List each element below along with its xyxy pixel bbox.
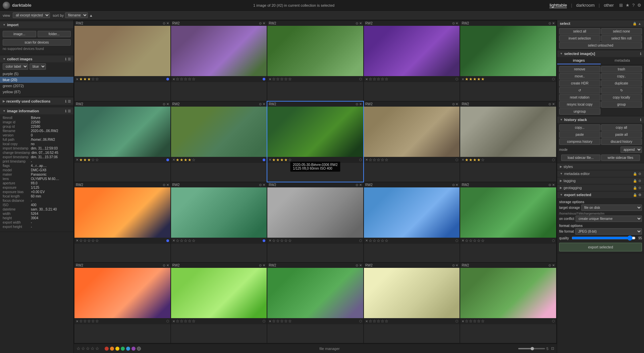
thumb-star-17-2[interactable]: ☆ bbox=[280, 319, 284, 323]
export-lock-icon[interactable]: 🔒 bbox=[633, 193, 637, 197]
thumb-image-13[interactable] bbox=[364, 187, 460, 238]
thumb-star-18-1[interactable]: ☆ bbox=[373, 319, 376, 323]
thumb-star-17-1[interactable]: ☆ bbox=[276, 319, 280, 323]
select-lock-icon[interactable]: 🔒 bbox=[633, 22, 637, 25]
thumb-reject-2[interactable]: ✕ bbox=[269, 77, 271, 81]
thumb-image-7[interactable] bbox=[267, 107, 363, 157]
zoom-slider[interactable] bbox=[518, 348, 545, 349]
thumb-star-14-2[interactable]: ☆ bbox=[473, 238, 477, 243]
thumb-reject-11[interactable]: ✕ bbox=[172, 239, 175, 242]
color-dot-red[interactable] bbox=[105, 347, 109, 351]
collect-value-select[interactable]: blue bbox=[30, 63, 46, 70]
mode-lighttable[interactable]: lighttable bbox=[549, 3, 567, 8]
image-import-button[interactable]: image... bbox=[3, 31, 36, 37]
thumb-star-11-2[interactable]: ☆ bbox=[184, 238, 187, 243]
selected-images-info-icon[interactable]: ℹ bbox=[640, 52, 641, 56]
thumbnail-2[interactable]: RW2⊙ ✕✕☆☆☆☆☆ bbox=[267, 21, 363, 101]
thumb-star-2-0[interactable]: ☆ bbox=[272, 77, 276, 81]
thumb-image-10[interactable] bbox=[74, 187, 170, 238]
thumb-star-18-2[interactable]: ☆ bbox=[377, 319, 380, 323]
thumb-star-8-1[interactable]: ☆ bbox=[373, 158, 376, 162]
thumbnail-12[interactable]: RW2⊙ ✕✕☆☆☆☆☆ bbox=[267, 182, 363, 262]
thumb-star-7-2[interactable]: ★ bbox=[280, 158, 284, 162]
thumb-star-16-0[interactable]: ☆ bbox=[176, 319, 179, 323]
thumb-star-0-0[interactable]: ★ bbox=[79, 77, 83, 81]
thumb-image-14[interactable] bbox=[460, 187, 556, 238]
create-hdr-button[interactable]: create HDR bbox=[559, 80, 600, 86]
thumb-star-1-0[interactable]: ☆ bbox=[176, 77, 179, 81]
image-info-menu-icon[interactable]: ☰ bbox=[68, 109, 71, 113]
thumb-image-15[interactable] bbox=[74, 268, 170, 318]
thumb-star-19-3[interactable]: ☆ bbox=[477, 319, 481, 323]
thumb-star-10-1[interactable]: ☆ bbox=[83, 238, 87, 243]
collect-item-green[interactable]: green (2072) bbox=[0, 83, 73, 89]
quality-slider[interactable] bbox=[572, 235, 636, 241]
color-dot-purple[interactable] bbox=[131, 347, 136, 351]
collect-menu-icon[interactable]: ☰ bbox=[68, 57, 71, 61]
collect-item-purple[interactable]: purple (5) bbox=[0, 71, 73, 77]
thumb-star-6-2[interactable]: ★ bbox=[184, 158, 187, 162]
thumb-star-19-4[interactable]: ☆ bbox=[481, 319, 485, 323]
thumb-star-12-1[interactable]: ☆ bbox=[276, 238, 280, 243]
history-copy-button[interactable]: copy... bbox=[559, 124, 600, 131]
copy-button[interactable]: copy.. bbox=[601, 73, 642, 79]
thumb-star-11-0[interactable]: ☆ bbox=[176, 238, 179, 243]
thumb-star-1-4[interactable]: ☆ bbox=[192, 77, 196, 81]
sort-select[interactable]: filename bbox=[65, 12, 88, 18]
select-film-roll-button[interactable]: select film roll bbox=[601, 35, 642, 42]
thumb-star-2-3[interactable]: ☆ bbox=[284, 77, 288, 81]
thumbnail-9[interactable]: RW2⊙ ✕✕★★★★☆ bbox=[460, 102, 556, 182]
thumb-reject-1[interactable]: ✕ bbox=[172, 77, 175, 81]
thumb-reject-14[interactable]: ✕ bbox=[462, 239, 464, 242]
thumb-star-8-0[interactable]: ☆ bbox=[369, 158, 372, 162]
thumb-reject-10[interactable]: ✕ bbox=[76, 239, 78, 242]
thumbnail-0[interactable]: RW2⊙ ✕✕★★★☆☆ bbox=[74, 21, 170, 101]
settings-icon[interactable]: ⚙ bbox=[637, 3, 641, 8]
thumb-reject-16[interactable]: ✕ bbox=[172, 319, 175, 323]
star-filter-2[interactable]: ☆ bbox=[81, 346, 85, 351]
thumb-image-16[interactable] bbox=[171, 268, 267, 318]
thumb-star-5-2[interactable]: ★ bbox=[87, 158, 91, 162]
select-chevron-icon[interactable]: ▲ bbox=[638, 22, 641, 25]
collect-item-blue[interactable]: blue (20) bbox=[0, 77, 73, 83]
thumb-image-12[interactable] bbox=[267, 187, 363, 238]
thumb-star-0-1[interactable]: ★ bbox=[83, 77, 87, 81]
thumb-star-3-0[interactable]: ☆ bbox=[369, 77, 372, 81]
star-filter-5[interactable]: ☆ bbox=[95, 346, 99, 351]
thumb-star-9-0[interactable]: ★ bbox=[465, 158, 469, 162]
copy-locally-button[interactable]: copy locally bbox=[601, 94, 642, 101]
thumb-star-3-2[interactable]: ☆ bbox=[377, 77, 380, 81]
thumb-star-17-0[interactable]: ☆ bbox=[272, 319, 276, 323]
thumb-star-11-3[interactable]: ☆ bbox=[188, 238, 192, 243]
metadata-editor-section[interactable]: ▼ metadata editor 🔒 ⚙ bbox=[557, 170, 644, 177]
geotagging-settings-icon[interactable]: ⚙ bbox=[638, 186, 641, 190]
tab-metadata[interactable]: metadata bbox=[601, 57, 644, 64]
thumbnail-11[interactable]: RW2⊙ ✕✕☆☆☆☆☆ bbox=[171, 182, 267, 262]
history-mode-select[interactable]: append bbox=[621, 146, 642, 153]
thumb-image-8[interactable] bbox=[364, 107, 460, 157]
thumb-star-10-2[interactable]: ☆ bbox=[87, 238, 91, 243]
thumb-star-10-4[interactable]: ☆ bbox=[95, 238, 99, 243]
thumb-reject-15[interactable]: ✕ bbox=[76, 319, 78, 323]
thumbnail-18[interactable]: RW2⊙ ✕✕☆☆☆☆☆ bbox=[364, 263, 460, 343]
thumb-star-16-3[interactable]: ☆ bbox=[188, 319, 192, 323]
collect-type-select[interactable]: color label bbox=[3, 63, 28, 70]
thumb-reject-4[interactable]: ✕ bbox=[462, 77, 464, 81]
thumb-reject-8[interactable]: ✕ bbox=[365, 158, 368, 162]
thumb-star-12-0[interactable]: ☆ bbox=[272, 238, 276, 243]
image-info-icon[interactable]: ℹ bbox=[65, 109, 66, 113]
thumbnail-4[interactable]: RW2⊙ ✕✕★★★★★ bbox=[460, 21, 556, 101]
thumb-image-9[interactable] bbox=[460, 107, 556, 157]
thumb-star-1-3[interactable]: ☆ bbox=[188, 77, 192, 81]
trash-button[interactable]: trash bbox=[601, 66, 642, 72]
thumb-star-5-0[interactable]: ★ bbox=[79, 158, 83, 162]
thumb-star-4-0[interactable]: ★ bbox=[465, 77, 469, 81]
thumb-star-17-4[interactable]: ☆ bbox=[288, 319, 292, 323]
recently-used-menu-icon[interactable]: ☰ bbox=[68, 100, 71, 103]
thumb-reject-0[interactable]: ✕ bbox=[76, 77, 78, 81]
conflict-select[interactable]: create unique filename bbox=[576, 216, 642, 222]
color-dot-orange[interactable] bbox=[110, 347, 114, 351]
thumb-reject-5[interactable]: ✕ bbox=[76, 158, 78, 162]
thumb-star-7-3[interactable]: ★ bbox=[284, 158, 288, 162]
thumb-star-9-1[interactable]: ★ bbox=[469, 158, 473, 162]
